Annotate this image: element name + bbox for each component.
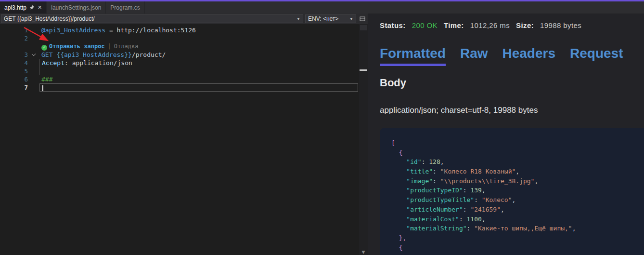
json-token: "productTypeID" xyxy=(406,187,463,194)
json-token: , xyxy=(440,158,444,165)
json-token: "articleNumber" xyxy=(406,206,463,213)
json-token: "id" xyxy=(406,158,421,165)
json-token: "241659" xyxy=(470,206,501,213)
json-token: , xyxy=(512,196,515,203)
json-token: [ xyxy=(391,139,395,147)
code-token: http://localhost:5126 xyxy=(117,27,196,34)
json-token: "title" xyxy=(406,168,433,175)
fold-column xyxy=(28,26,39,34)
json-token: : xyxy=(463,206,471,213)
response-tab-formatted[interactable]: Formatted xyxy=(380,46,446,66)
main-split: GET {{api3_HostAddress}}/product/ ▼ ENV:… xyxy=(0,13,644,255)
editor-scrollbar[interactable]: ▼ xyxy=(359,24,368,255)
code-content xyxy=(39,67,358,75)
json-token: "Какие-то шипы,,Ещё шипы," xyxy=(474,225,572,232)
json-token: , xyxy=(572,225,576,232)
status-value: 200 OK xyxy=(412,21,438,29)
request-toolbar: GET {{api3_HostAddress}}/product/ ▼ ENV:… xyxy=(0,13,368,24)
code-content xyxy=(39,83,358,92)
scrollbar-top-cap xyxy=(360,25,367,30)
response-tab-raw[interactable]: Raw xyxy=(460,46,488,66)
line-number xyxy=(0,42,28,51)
json-rows: [ { "id": 128, "title": "Колесо R18 Кова… xyxy=(391,138,639,252)
line-number: 4 xyxy=(0,59,28,67)
scrollbar-thumb[interactable] xyxy=(360,69,367,71)
code-token: = xyxy=(105,27,116,34)
line-number: 1 xyxy=(0,26,28,34)
editor-line[interactable]: 7 xyxy=(0,83,368,92)
tab-label: Program.cs xyxy=(110,4,140,11)
fold-column xyxy=(28,42,39,51)
response-body-json: [ { "id": 128, "title": "Колесо R18 Кова… xyxy=(380,128,644,255)
split-editor-button[interactable] xyxy=(358,16,367,22)
json-token: , xyxy=(515,168,519,175)
close-tab-icon[interactable]: ✕ xyxy=(38,4,42,11)
chevron-down-icon: ▼ xyxy=(296,17,300,21)
tab-label: launchSettings.json xyxy=(51,4,101,11)
code-content xyxy=(39,34,358,42)
json-token xyxy=(391,187,406,194)
fold-column xyxy=(28,59,39,67)
json-line: "productTypeID": 139, xyxy=(391,186,639,195)
json-token: "materialString" xyxy=(406,225,466,232)
editor-line[interactable]: 3GET {{api3_HostAddress}}/product/ xyxy=(0,51,368,59)
code-token: application/json xyxy=(72,59,132,67)
code-content: ✓Отправить запрос|Отладка xyxy=(39,42,358,51)
json-token: : xyxy=(459,215,467,223)
chevron-down-icon: ▼ xyxy=(349,17,353,21)
json-token: "productTypeTitle" xyxy=(406,196,474,203)
json-token xyxy=(391,177,406,185)
tab-bar: api3.http✕launchSettings.jsonProgram.cs xyxy=(0,1,644,13)
tab-Program.cs[interactable]: Program.cs xyxy=(106,1,144,13)
json-token xyxy=(391,215,406,223)
time-value: 1012,26 ms xyxy=(470,21,510,29)
response-tab-request[interactable]: Request xyxy=(570,46,623,66)
text-caret xyxy=(42,85,43,91)
json-token xyxy=(391,234,399,242)
json-token: : xyxy=(433,177,440,185)
send-request-link[interactable]: Отправить запрос xyxy=(49,43,105,50)
response-tab-headers[interactable]: Headers xyxy=(502,46,555,66)
env-selector[interactable]: ENV: <нет> ▼ xyxy=(305,14,356,23)
json-token: : xyxy=(433,168,440,175)
json-token: { xyxy=(399,149,403,156)
time-label: Time: xyxy=(444,21,464,29)
editor-line[interactable]: 6### xyxy=(0,75,368,83)
editor-line[interactable]: 4Accept: application/json xyxy=(0,59,368,67)
json-token: , xyxy=(482,187,486,194)
json-token: }, xyxy=(399,234,407,242)
json-token: "image" xyxy=(406,177,433,185)
size-label: Size: xyxy=(516,21,534,29)
fold-column xyxy=(28,83,39,92)
editor[interactable]: 1@api3_HostAddress = http://localhost:51… xyxy=(0,24,368,255)
editor-line[interactable]: 5 xyxy=(0,67,368,75)
scroll-down-icon[interactable]: ▼ xyxy=(359,250,368,255)
json-line: "materialCost": 1100, xyxy=(391,215,639,224)
request-selector[interactable]: GET {{api3_HostAddress}}/product/ ▼ xyxy=(1,14,303,23)
json-token: "Колесо" xyxy=(482,196,512,203)
json-line: "title": "Колесо R18 Кованый", xyxy=(391,167,639,176)
json-token: , xyxy=(482,215,486,223)
body-heading: Body xyxy=(380,77,644,89)
code-token: @api3_HostAddress xyxy=(41,27,105,34)
editor-line[interactable]: 1@api3_HostAddress = http://localhost:51… xyxy=(0,26,368,34)
code-content: ### xyxy=(39,75,358,83)
json-token: { xyxy=(399,244,403,251)
code-content: @api3_HostAddress = http://localhost:512… xyxy=(39,26,358,34)
code-content: Accept: application/json xyxy=(39,59,358,67)
tab-api3.http[interactable]: api3.http✕ xyxy=(0,1,47,13)
fold-column xyxy=(28,67,39,75)
debug-request-link[interactable]: Отладка xyxy=(114,43,139,50)
json-token: , xyxy=(534,177,538,185)
editor-rows: 1@api3_HostAddress = http://localhost:51… xyxy=(0,26,368,92)
editor-line[interactable]: 2 xyxy=(0,34,368,42)
json-token xyxy=(391,225,406,232)
tab-label: api3.http xyxy=(4,4,26,11)
fold-chevron-icon[interactable] xyxy=(32,52,36,56)
editor-pane: GET {{api3_HostAddress}}/product/ ▼ ENV:… xyxy=(0,13,368,255)
json-line: [ xyxy=(391,138,639,148)
code-token: /product/ xyxy=(132,51,166,58)
tab-launchSettings.json[interactable]: launchSettings.json xyxy=(47,1,106,13)
line-number: 5 xyxy=(0,67,28,75)
response-status-row: Status: 200 OK Time: 1012,26 ms Size: 19… xyxy=(380,21,644,29)
